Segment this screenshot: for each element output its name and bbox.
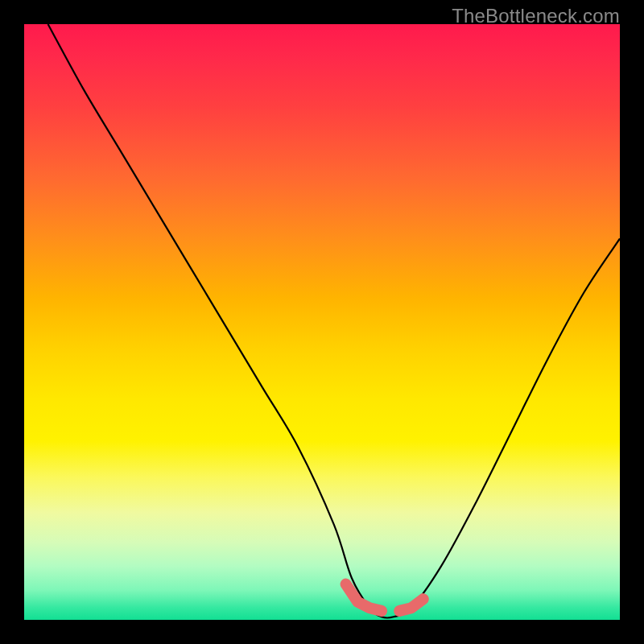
- curve-svg: [24, 24, 620, 620]
- bottleneck-curve: [48, 24, 620, 618]
- plot-area: [24, 24, 620, 620]
- left-foot-marker: [346, 584, 382, 611]
- chart-frame: TheBottleneck.com: [0, 0, 644, 644]
- right-foot-marker: [399, 599, 423, 611]
